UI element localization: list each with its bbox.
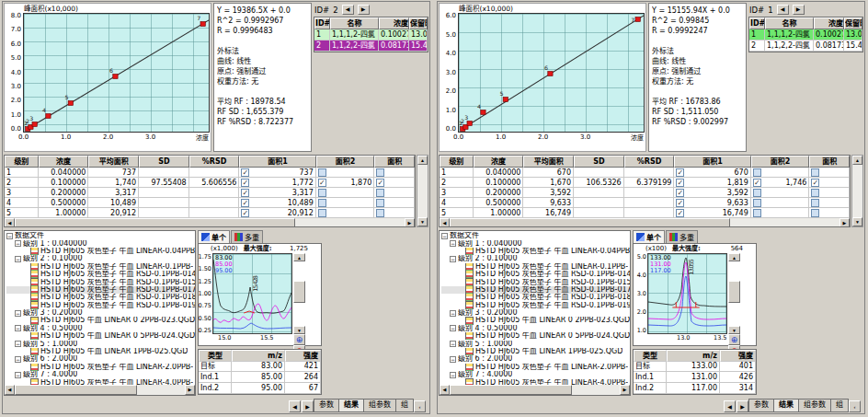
- area1-checkbox[interactable]: [241, 168, 249, 177]
- mz-row[interactable]: 目标 83.00 421: [199, 361, 321, 372]
- vscroll-track[interactable]: [417, 165, 428, 217]
- calibration-curve-plot[interactable]: 峰面积(x10,000) 6.05.04.03.02.01.00.0: [439, 3, 646, 152]
- area1-checkbox[interactable]: [676, 189, 684, 197]
- level-row[interactable]: 3 0.200000 3,317 3,317: [5, 188, 415, 198]
- bottom-tab[interactable]: 结果: [338, 399, 364, 412]
- calibration-point[interactable]: 5: [499, 90, 508, 101]
- point-marker[interactable]: [467, 122, 472, 126]
- tree-item[interactable]: − HSTD HJ605 灰色垫子 牛血 LINEAR-2.0PPB-: [6, 364, 195, 371]
- tree-item[interactable]: − HSTD HJ605 牛血 LINEAR 1PPB-025.QGD: [441, 348, 630, 355]
- bottom-tab[interactable]: 参数: [314, 399, 339, 412]
- scroll-up-button[interactable]: ▲: [728, 253, 740, 261]
- point-marker[interactable]: [503, 98, 508, 102]
- chromatogram-plot-area[interactable]: 83.0085.0095.00 15.428: [212, 253, 292, 334]
- hscroll-thumb[interactable]: [450, 385, 572, 395]
- id-prev-button[interactable]: ◀: [342, 5, 354, 15]
- scroll-left-button[interactable]: ◀: [5, 218, 15, 227]
- area1-checkbox[interactable]: [241, 189, 249, 197]
- area2-checkbox[interactable]: [753, 199, 761, 207]
- area2-checkbox[interactable]: [753, 189, 761, 197]
- tree-item[interactable]: − HSTD HJ605 牛血 LINEAR 0 5PPB-024.QGD: [6, 332, 195, 340]
- scroll-right-button[interactable]: ▶: [405, 218, 415, 227]
- scroll-down-button[interactable]: ▼: [293, 326, 305, 334]
- level-row[interactable]: 5 1.00000 20,912 20,912: [5, 208, 415, 218]
- calibration-plot-area[interactable]: 1 2 3 4: [23, 13, 210, 133]
- level-row[interactable]: 4 0.500000 9,633 9,633: [440, 198, 850, 208]
- tree-item[interactable]: − HSTD HJ605 灰色垫子 牛血 LINEAR-0.1PPB-: [441, 263, 630, 271]
- level-row[interactable]: 1 0.040000 737 737: [5, 168, 415, 178]
- mz-row[interactable]: 目标 133.00 401: [634, 361, 756, 372]
- tree-hscrollbar[interactable]: ◀ ▶: [5, 385, 195, 395]
- bottom-tab[interactable]: 组参数: [363, 399, 396, 412]
- calibration-point[interactable]: 6: [109, 67, 118, 78]
- level-table-hscrollbar[interactable]: ◀ ▶: [440, 218, 850, 227]
- vscroll-track[interactable]: [852, 165, 862, 217]
- area1-checkbox[interactable]: [676, 199, 684, 207]
- area3-checkbox[interactable]: [376, 168, 384, 177]
- tree-item[interactable]: − 级别 1 : 0.040000: [441, 239, 630, 247]
- area1-checkbox[interactable]: [676, 209, 684, 217]
- tree-item[interactable]: − HSTD HJ605 灰色垫子 牛血 RSD-0.1PPB-014: [6, 271, 195, 278]
- tree-item[interactable]: − 级别 7 : 4.0000: [6, 371, 195, 378]
- point-marker[interactable]: [32, 122, 37, 127]
- area3-checkbox[interactable]: [811, 209, 819, 217]
- area1-checkbox[interactable]: [241, 179, 249, 187]
- compound-row[interactable]: 2 1,1,2,2-四氯 0.08173 15.428: [314, 41, 428, 52]
- collapse-icon[interactable]: −: [450, 256, 456, 262]
- collapse-icon[interactable]: −: [15, 372, 21, 378]
- tree-item[interactable]: − HSTD HJ605 牛血 LINEAR 0 2PPB-023.QGD: [441, 317, 630, 324]
- mz-row[interactable]: Ind.1 131.00 426: [634, 372, 756, 383]
- bottom-tab[interactable]: 组: [830, 399, 849, 412]
- calibration-point[interactable]: 7: [631, 17, 640, 23]
- tree-item[interactable]: − HSTD HJ605 灰色垫子 牛血 RSD-0.1PPB-014: [441, 271, 630, 278]
- collapse-icon[interactable]: −: [450, 372, 456, 378]
- tab-scroll-right-button[interactable]: ▶: [737, 400, 748, 412]
- calibration-point[interactable]: 7: [197, 15, 205, 26]
- tree-item[interactable]: − 级别 4 : 0.50000: [441, 325, 630, 332]
- tree-item[interactable]: − 级别 1 : 0.040000: [6, 239, 195, 247]
- hscroll-thumb[interactable]: [15, 218, 295, 227]
- area2-checkbox[interactable]: [318, 209, 326, 217]
- tree-item[interactable]: − 级别 5 : 1.0000: [6, 340, 195, 347]
- tree-item[interactable]: − HSTD HJ605 灰色垫子 牛血 LINEAR-4.0PPB-: [441, 378, 630, 385]
- hscroll-thumb[interactable]: [15, 385, 137, 395]
- scroll-up-button[interactable]: ▲: [293, 253, 305, 261]
- collapse-icon[interactable]: −: [15, 240, 21, 247]
- point-marker[interactable]: [113, 75, 118, 79]
- id-next-button[interactable]: ▶: [793, 5, 805, 15]
- scroll-right-button[interactable]: ▶: [185, 385, 195, 395]
- tree-item[interactable]: − HSTD HJ605 灰色垫子 牛血 RSD-0.1PPB-018: [6, 294, 195, 301]
- hscroll-track[interactable]: [450, 385, 620, 395]
- area2-checkbox[interactable]: [753, 168, 761, 177]
- tree-item[interactable]: − HSTD HJ605 灰色垫子 牛血 LINEAR-0.04PPB: [6, 248, 195, 255]
- area3-checkbox[interactable]: [376, 209, 384, 217]
- tree-item[interactable]: − HSTD HJ605 灰色垫子 牛血 LINEAR-2.0PPB-: [441, 364, 630, 371]
- vscroll-thumb[interactable]: [293, 281, 305, 303]
- collapse-icon[interactable]: −: [450, 240, 456, 247]
- scroll-down-button[interactable]: ▼: [417, 217, 428, 226]
- bottom-tab[interactable]: 组: [395, 399, 414, 412]
- id-prev-button[interactable]: ◀: [777, 5, 789, 15]
- zoom-in-button[interactable]: ⊕: [728, 334, 740, 345]
- view-mode-tab[interactable]: 多重: [666, 230, 698, 243]
- area3-checkbox[interactable]: [376, 189, 384, 197]
- scroll-down-button[interactable]: ▼: [728, 326, 740, 334]
- tree-item[interactable]: − 级别 2 : 0.10000: [441, 255, 630, 262]
- hscroll-track[interactable]: [15, 218, 405, 227]
- tree-item[interactable]: − 级别 7 : 4.0000: [441, 371, 630, 378]
- tree-item[interactable]: − HSTD HJ605 牛血 LINEAR 0 2PPB-023.QGD: [6, 317, 195, 324]
- area2-checkbox[interactable]: [753, 209, 761, 217]
- area1-checkbox[interactable]: [676, 168, 684, 177]
- tab-more-button[interactable]: ‹: [849, 400, 861, 412]
- bottom-tab[interactable]: 结果: [773, 399, 799, 412]
- scroll-right-button[interactable]: ▶: [839, 218, 850, 227]
- hscroll-track[interactable]: [450, 218, 839, 227]
- compound-row[interactable]: 1 1,1,1,2-四氯 0.10027 13.055: [314, 29, 428, 41]
- bottom-tab[interactable]: 参数: [748, 399, 774, 412]
- hscroll-track[interactable]: [15, 385, 185, 395]
- collapse-icon[interactable]: −: [15, 310, 21, 317]
- view-mode-tab[interactable]: 单个: [198, 230, 230, 243]
- level-row[interactable]: 4 0.500000 10,489 10,489: [5, 198, 415, 208]
- area3-checkbox[interactable]: [811, 199, 819, 207]
- vscroll-track[interactable]: [728, 261, 740, 326]
